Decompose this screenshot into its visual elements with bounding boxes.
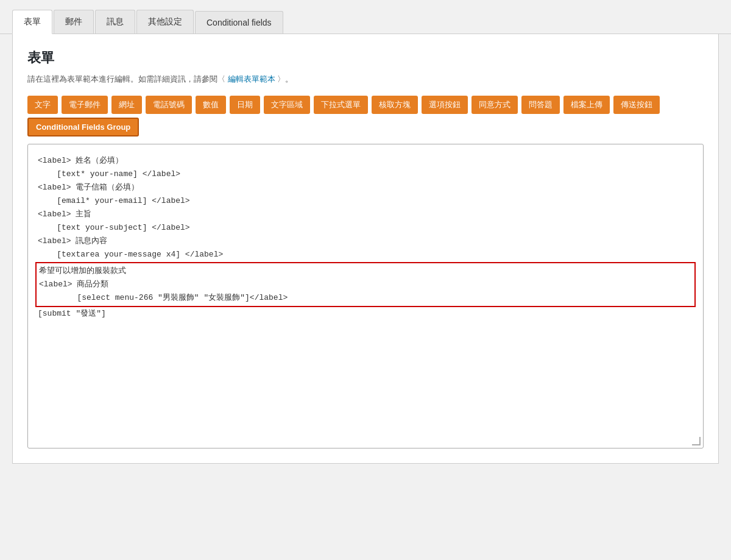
section-title: 表單 [27, 49, 704, 67]
tag-btn-7[interactable]: 下拉式選單 [314, 96, 368, 114]
tag-btn-9[interactable]: 選項按鈕 [422, 96, 468, 114]
code-line: [text your-subject] </label> [38, 221, 693, 235]
code-line: [textarea your-message x4] </label> [38, 248, 693, 261]
code-line: [text* your-name] </label> [38, 168, 693, 181]
tag-btn-2[interactable]: 網址 [111, 96, 142, 114]
tag-btn-5[interactable]: 日期 [230, 96, 260, 114]
tag-btn-0[interactable]: 文字 [27, 96, 58, 114]
code-line: [select menu-266 "男裝服飾" "女裝服飾"]</label> [39, 291, 692, 305]
code-line: <label> 主旨 [38, 208, 693, 221]
description: 請在這裡為表單範本進行編輯。如需詳細資訊，請參閱〈 編輯表單範本 〉。 [27, 73, 704, 86]
highlighted-block: 希望可以增加的服裝款式<label> 商品分類 [select menu-266… [35, 262, 696, 307]
tag-btn-4[interactable]: 數值 [196, 96, 226, 114]
description-link[interactable]: 編輯表單範本 [228, 74, 275, 83]
tag-btn-6[interactable]: 文字區域 [264, 96, 310, 114]
tab-form[interactable]: 表單 [12, 10, 52, 34]
code-line: <label> 商品分類 [39, 278, 692, 291]
tag-btn-10[interactable]: 同意方式 [471, 96, 518, 114]
tag-btn-13[interactable]: 傳送按鈕 [613, 96, 660, 114]
code-line: [submit "發送"] [38, 307, 693, 321]
code-line: 希望可以增加的服裝款式 [39, 264, 692, 278]
tag-btn-12[interactable]: 檔案上傳 [563, 96, 610, 114]
tag-btn-1[interactable]: 電子郵件 [62, 96, 108, 114]
main-content: 表單 請在這裡為表單範本進行編輯。如需詳細資訊，請參閱〈 編輯表單範本 〉。 文… [12, 34, 719, 464]
tag-btn-8[interactable]: 核取方塊 [372, 96, 418, 114]
tab-conditional[interactable]: Conditional fields [195, 11, 283, 34]
code-line: <label> 姓名（必填） [38, 154, 693, 168]
code-line: <label> 訊息內容 [38, 235, 693, 248]
editor-area[interactable]: <label> 姓名（必填） [text* your-name] </label… [27, 144, 704, 448]
tag-btn-3[interactable]: 電話號碼 [146, 96, 192, 114]
tab-message[interactable]: 訊息 [95, 10, 135, 34]
tag-btn-11[interactable]: 問答題 [521, 96, 560, 114]
tag-buttons-row1: 文字電子郵件網址電話號碼數值日期文字區域下拉式選單核取方塊選項按鈕同意方式問答題… [27, 96, 704, 136]
page-wrapper: 表單郵件訊息其他設定Conditional fields 表單 請在這裡為表單範… [0, 0, 731, 560]
code-line: <label> 電子信箱（必填） [38, 181, 693, 194]
tab-mail[interactable]: 郵件 [54, 10, 94, 34]
description-suffix: 〉。 [277, 74, 293, 83]
tabs-bar: 表單郵件訊息其他設定Conditional fields [0, 0, 731, 34]
tag-btn-14[interactable]: Conditional Fields Group [27, 118, 139, 136]
code-line: [email* your-email] </label> [38, 194, 693, 208]
description-prefix: 請在這裡為表單範本進行編輯。如需詳細資訊，請參閱〈 [27, 74, 225, 83]
tab-other[interactable]: 其他設定 [136, 10, 194, 34]
